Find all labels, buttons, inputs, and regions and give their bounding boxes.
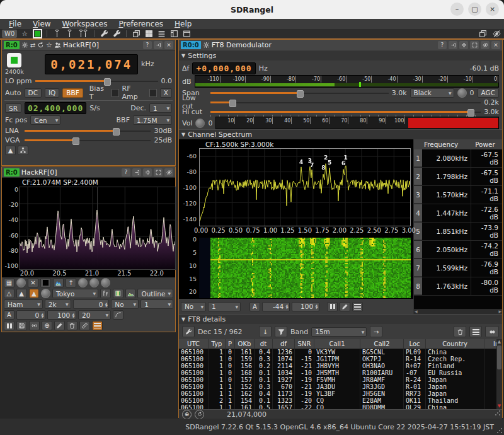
channel-spectrum-section-bar[interactable]: ▼Channel Spectrum xyxy=(179,129,502,139)
device-close-icon[interactable]: × xyxy=(164,41,173,49)
fft-offset-spinbox[interactable]: 0▲▼ xyxy=(73,299,110,309)
device-star-icon[interactable]: ☆ xyxy=(46,41,52,49)
ft8-col-header-okb[interactable]: OKb xyxy=(235,339,255,349)
ft8-close-icon[interactable]: × xyxy=(491,41,500,49)
averaging-value-dropdown[interactable]: 1▼ xyxy=(140,299,173,309)
fc-pos-dropdown[interactable]: Cen▼ xyxy=(30,115,60,125)
lna-slider[interactable] xyxy=(25,127,151,134)
ft8-col-header-country[interactable]: Country xyxy=(426,339,484,349)
app-titlebar[interactable]: SDRangel – ▢ × xyxy=(0,0,504,19)
peaks-table-row[interactable]: 62.050kHz-74.2 dB xyxy=(414,241,502,259)
spectrogram-3d-icon[interactable] xyxy=(125,289,136,298)
grid-toggle-icon[interactable]: ▦ xyxy=(4,278,14,287)
delta-f-display[interactable]: +0,000,000 xyxy=(192,62,255,74)
ft8-col-header-df[interactable]: df xyxy=(273,339,295,349)
messages-menu-icon[interactable] xyxy=(469,326,482,337)
ft8-message-row[interactable]: 065100101570.11927-19F5VMHJR8AMFR-24Japa… xyxy=(179,376,502,383)
ft8-settings-wrench-icon[interactable] xyxy=(182,326,195,337)
ft8-message-row[interactable]: 065100101560.22114-21JH8VYHOH3NAOR+07Fin… xyxy=(179,362,502,369)
close-button[interactable]: × xyxy=(486,3,499,16)
featured-star-icon[interactable]: ☆ xyxy=(20,30,30,38)
stack-windows-icon[interactable] xyxy=(156,30,166,38)
messages-vscrollbar[interactable]: ▲▼ xyxy=(496,339,502,409)
ft8-message-row[interactable]: 065100101680.11034-10JH5MTHR100IARU-07EU… xyxy=(179,369,502,376)
low-cut-slider[interactable] xyxy=(210,99,481,106)
cascade-windows-icon[interactable] xyxy=(131,30,141,38)
spectrum-shrink-icon[interactable] xyxy=(143,168,152,177)
tracking-icon[interactable]: ⊕ xyxy=(42,321,52,330)
cascade-workspace-icon[interactable] xyxy=(478,30,488,38)
autoscale-button[interactable]: A xyxy=(4,310,14,320)
ft8-col-header-snr[interactable]: SNR xyxy=(295,339,314,349)
agc-dial[interactable] xyxy=(457,88,467,98)
device-help-icon[interactable]: ? xyxy=(143,41,152,49)
markers-icon[interactable] xyxy=(100,289,111,298)
channel-pencil-icon[interactable] xyxy=(340,302,350,311)
device-window-header[interactable]: R:0 ⇄ ☆ HackRF[0] ? × xyxy=(2,40,175,50)
download-decodes-icon[interactable]: ↓ xyxy=(259,326,272,337)
channel-autoscale-button[interactable]: A xyxy=(249,302,260,311)
trace-intensity-dial[interactable] xyxy=(78,278,88,287)
sr-button[interactable]: SR xyxy=(5,103,21,113)
change-device-icon[interactable]: ⇄ xyxy=(30,42,35,49)
trace-style-dial[interactable] xyxy=(41,289,50,298)
freeze-icon[interactable] xyxy=(4,321,14,330)
x-button[interactable]: X xyxy=(160,88,172,98)
peaks-table-row[interactable]: 51.851kHz-73.9 dB xyxy=(414,223,502,241)
center-frequency-display[interactable]: 0,021,074 xyxy=(45,54,138,74)
app-resize-grip[interactable] xyxy=(496,427,503,434)
ft8-help-icon[interactable]: ? xyxy=(438,41,447,49)
clear-messages-trash-icon[interactable] xyxy=(454,326,466,337)
band-preset-dropdown[interactable]: Ham▼ xyxy=(4,299,43,309)
ft8-message-row[interactable]: 065100101590.31074-15JG1TPMOK7PJR-14Czec… xyxy=(179,356,502,362)
span-slider[interactable] xyxy=(210,90,389,96)
ft8-col-header-call2[interactable]: Call2 xyxy=(360,339,404,349)
channel-spectrum-canvas[interactable] xyxy=(200,149,410,226)
device-move-icon[interactable] xyxy=(154,41,163,49)
calibration-icon[interactable] xyxy=(29,321,40,330)
channel-menu-icon[interactable] xyxy=(352,302,363,311)
settings-section-bar[interactable]: ▼Settings xyxy=(179,50,502,61)
trace-gradient-icon[interactable]: ▲ xyxy=(29,289,40,298)
maximize-button[interactable]: ▢ xyxy=(468,3,481,16)
filter-color-dropdown[interactable]: Black▼ xyxy=(410,88,454,98)
hi-cut-slider[interactable] xyxy=(210,108,481,115)
menu-view[interactable]: View xyxy=(28,20,55,28)
ft8-settings-gear-icon[interactable] xyxy=(203,42,210,49)
ft8-resize-grip[interactable] xyxy=(495,410,501,416)
menu-preferences[interactable]: Preferences xyxy=(113,20,168,28)
reload-device-icon[interactable] xyxy=(37,42,44,49)
waterfall-levels-dropdown[interactable]: 20▼ xyxy=(78,310,111,320)
colormap-icon[interactable] xyxy=(113,289,123,298)
max-hold-icon[interactable]: ↑ xyxy=(66,278,76,287)
ft8-details-section-bar[interactable]: ▼FT8 details xyxy=(179,314,502,324)
ft8-message-row[interactable]: 065100111520.3670-21JA3DUJR3JGDR-01Japan xyxy=(179,383,502,390)
waterfall-canvas[interactable] xyxy=(199,238,411,298)
hide-workspace-icon[interactable] xyxy=(491,30,501,38)
channel-avg-value-dropdown[interactable]: 1▼ xyxy=(208,302,241,311)
peaks-power-header[interactable]: Power xyxy=(468,141,502,148)
bbf-button[interactable]: BBF xyxy=(62,88,83,98)
dc-button[interactable]: DC xyxy=(25,88,42,98)
stroke-dial[interactable] xyxy=(101,278,110,287)
histogram-icon[interactable] xyxy=(53,278,64,287)
minimize-button[interactable]: – xyxy=(450,3,464,16)
channel-avg-mode-dropdown[interactable]: No▼ xyxy=(181,302,206,311)
channel-freeze-icon[interactable] xyxy=(327,302,338,311)
device-people-icon[interactable] xyxy=(54,42,61,49)
lo-ppm-slider[interactable] xyxy=(35,78,158,84)
peaks-frequency-header[interactable]: Frequency xyxy=(414,141,468,148)
tile-windows-icon[interactable] xyxy=(144,30,154,38)
tabbed-windows-icon[interactable] xyxy=(169,30,179,38)
sampling-running-icon[interactable] xyxy=(32,30,42,38)
channel-ref-spinbox[interactable]: -44▲▼ xyxy=(262,302,290,311)
ft8-move-icon[interactable] xyxy=(449,41,457,49)
bias-t-checkbox[interactable] xyxy=(112,89,119,97)
spectrum-toggle-icon[interactable]: ▲ xyxy=(5,146,16,155)
peaks-table-row[interactable]: 31.570kHz-71.1 dB xyxy=(414,186,502,204)
spectrum-move-icon[interactable] xyxy=(132,168,141,177)
sample-rate-display[interactable]: 02,400,000 xyxy=(25,102,86,114)
grid-intensity-dial[interactable] xyxy=(16,278,26,287)
ft8-col-header-call1[interactable]: Call1 xyxy=(314,339,360,349)
add-mimo-device-icon[interactable] xyxy=(77,30,89,38)
